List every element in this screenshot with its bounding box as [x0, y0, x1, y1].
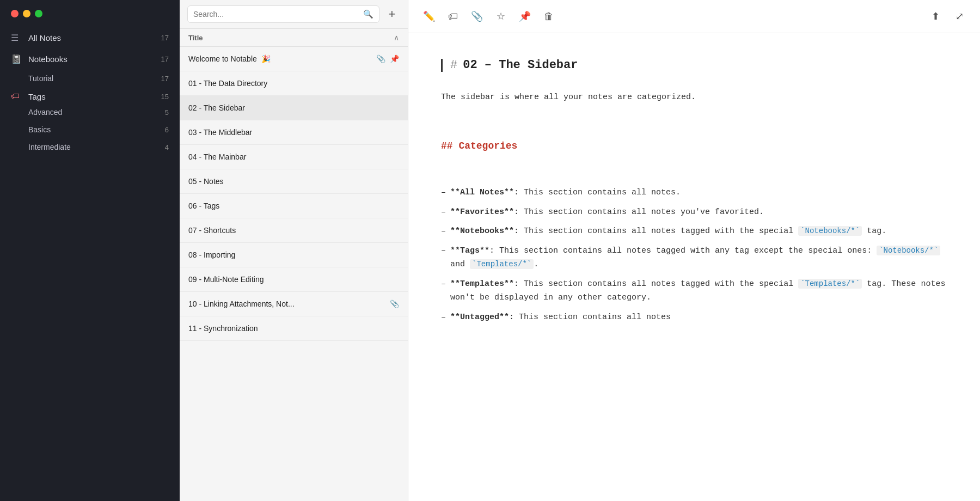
- search-icon[interactable]: 🔍: [363, 9, 373, 19]
- tags-count: 15: [161, 93, 169, 101]
- all-notes-count: 17: [161, 34, 169, 42]
- note-content: # 02 – The Sidebar The sidebar is where …: [408, 33, 980, 501]
- trash-button[interactable]: 🗑: [539, 7, 559, 26]
- attach-button[interactable]: 📎: [467, 7, 487, 26]
- pin-icon: 📌: [390, 54, 399, 63]
- list-item-tags: – **Tags**: This section contains all no…: [441, 244, 947, 272]
- tutorial-count: 17: [161, 75, 169, 83]
- note-list-item[interactable]: 11 - Synchronization: [180, 316, 408, 341]
- note-list-item[interactable]: 07 - Shortcuts: [180, 218, 408, 243]
- sidebar-sub-item-intermediate[interactable]: Intermediate 4: [0, 138, 180, 156]
- list-header-title: Title: [188, 34, 394, 42]
- note-item-icons: 📎: [390, 300, 399, 308]
- sidebar-sub-item-basics[interactable]: Basics 6: [0, 121, 180, 138]
- note-item-title: 08 - Importing: [188, 250, 399, 259]
- note-list-item[interactable]: 03 - The Middlebar: [180, 120, 408, 145]
- list-item-notebooks: – **Notebooks**: This section contains a…: [441, 224, 947, 239]
- sidebar: ☰ All Notes 17 📓 Notebooks 17 Tutorial 1…: [0, 0, 180, 501]
- note-list-item[interactable]: 02 - The Sidebar: [180, 96, 408, 120]
- minimize-button[interactable]: [23, 10, 30, 17]
- basics-count: 6: [165, 126, 169, 134]
- list-item-favorites: – **Favorites**: This section contains a…: [441, 205, 947, 219]
- note-list: Welcome to Notable 🎉📎📌01 - The Data Dire…: [180, 47, 408, 501]
- note-list-item[interactable]: 05 - Notes: [180, 169, 408, 194]
- attachment-icon: 📎: [376, 54, 385, 63]
- mainbar-toolbar: ✏️ 🏷 📎 ☆ 📌 🗑 ⬆ ⤢: [408, 0, 980, 33]
- note-list-item[interactable]: 10 - Linking Attachments, Not...📎: [180, 292, 408, 316]
- mainbar: ✏️ 🏷 📎 ☆ 📌 🗑 ⬆ ⤢ # 02 – The Sidebar The …: [408, 0, 980, 501]
- sidebar-item-all-notes[interactable]: ☰ All Notes 17: [0, 27, 180, 48]
- sidebar-sub-item-advanced[interactable]: Advanced 5: [0, 103, 180, 121]
- note-item-title: 03 - The Middlebar: [188, 128, 399, 137]
- note-item-title: 06 - Tags: [188, 201, 399, 210]
- note-list-item[interactable]: 04 - The Mainbar: [180, 145, 408, 169]
- notebooks-count: 17: [161, 55, 169, 63]
- notebooks-label: Notebooks: [28, 54, 157, 64]
- note-item-title: 05 - Notes: [188, 177, 399, 186]
- attachment-icon: 📎: [390, 300, 399, 308]
- note-item-title: 02 - The Sidebar: [188, 103, 399, 112]
- note-list-item[interactable]: 06 - Tags: [180, 194, 408, 218]
- sort-icon[interactable]: ∧: [394, 33, 399, 42]
- all-notes-label: All Notes: [28, 33, 157, 42]
- list-item-templates: – **Templates**: This section contains a…: [441, 277, 947, 305]
- sidebar-navigation: ☰ All Notes 17 📓 Notebooks 17 Tutorial 1…: [0, 27, 180, 501]
- sidebar-item-tags[interactable]: 🏷 Tags 15: [0, 87, 180, 103]
- note-item-title: 10 - Linking Attachments, Not...: [188, 300, 390, 308]
- tag-button[interactable]: 🏷: [443, 7, 463, 26]
- tags-label: Tags: [28, 92, 157, 101]
- h1-hash: #: [450, 55, 457, 75]
- basics-label: Basics: [28, 125, 165, 134]
- note-item-icons: 📎📌: [376, 54, 399, 63]
- note-item-title: 09 - Multi-Note Editing: [188, 275, 399, 284]
- search-box[interactable]: 🔍: [187, 5, 379, 23]
- maximize-button[interactable]: [35, 10, 42, 17]
- note-emoji: 🎉: [261, 54, 271, 63]
- note-list-item[interactable]: 08 - Importing: [180, 243, 408, 267]
- note-list-item[interactable]: 09 - Multi-Note Editing: [180, 267, 408, 292]
- sidebar-item-notebooks[interactable]: 📓 Notebooks 17: [0, 48, 180, 70]
- list-item-untagged: – **Untagged**: This section contains al…: [441, 310, 947, 325]
- tutorial-label: Tutorial: [28, 74, 161, 83]
- categories-heading: ## Categories: [441, 138, 947, 155]
- tag-icon: 🏷: [11, 91, 23, 101]
- intermediate-count: 4: [165, 143, 169, 151]
- traffic-lights: [0, 0, 180, 27]
- list-header: Title ∧: [180, 29, 408, 47]
- favorite-button[interactable]: ☆: [491, 7, 511, 26]
- note-list-item[interactable]: 01 - The Data Directory: [180, 71, 408, 96]
- note-item-title: 04 - The Mainbar: [188, 152, 399, 161]
- edit-button[interactable]: ✏️: [419, 7, 439, 26]
- note-item-title: 07 - Shortcuts: [188, 226, 399, 235]
- note-item-title: 11 - Synchronization: [188, 324, 399, 333]
- note-list-item[interactable]: Welcome to Notable 🎉📎📌: [180, 47, 408, 71]
- search-input[interactable]: [193, 10, 360, 19]
- intermediate-label: Intermediate: [28, 143, 165, 151]
- note-title: # 02 – The Sidebar: [441, 55, 947, 75]
- cursor-indicator: [441, 59, 443, 72]
- advanced-count: 5: [165, 108, 169, 117]
- close-button[interactable]: [11, 10, 19, 17]
- expand-button[interactable]: ⤢: [950, 7, 969, 26]
- all-notes-icon: ☰: [11, 33, 23, 43]
- note-title-text: 02 – The Sidebar: [463, 55, 578, 75]
- note-item-title: Welcome to Notable 🎉: [188, 54, 376, 63]
- middlebar: 🔍 + Title ∧ Welcome to Notable 🎉📎📌01 - T…: [180, 0, 408, 501]
- note-intro: The sidebar is where all your notes are …: [441, 90, 947, 105]
- add-note-button[interactable]: +: [384, 6, 400, 22]
- share-button[interactable]: ⬆: [926, 7, 945, 26]
- notebooks-icon: 📓: [11, 54, 23, 64]
- middlebar-toolbar: 🔍 +: [180, 0, 408, 29]
- advanced-label: Advanced: [28, 108, 165, 117]
- sidebar-sub-item-tutorial[interactable]: Tutorial 17: [0, 70, 180, 87]
- pin-button[interactable]: 📌: [515, 7, 535, 26]
- list-item-all-notes: – **All Notes**: This section contains a…: [441, 186, 947, 200]
- note-item-title: 01 - The Data Directory: [188, 79, 399, 88]
